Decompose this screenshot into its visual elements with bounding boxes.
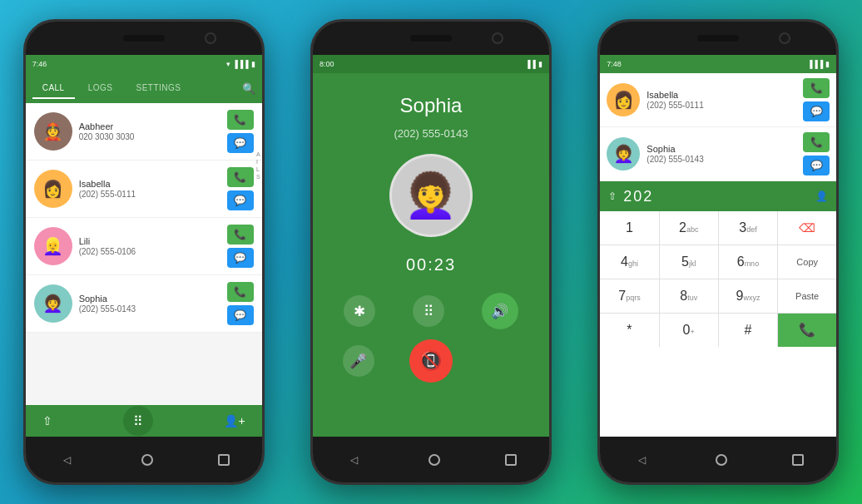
contact-info-isabella-3: Isabella (202) 555-0111 <box>646 90 796 110</box>
call-btn-isabella[interactable]: 📞 <box>227 167 254 187</box>
search-icon[interactable]: 🔍 <box>242 82 255 95</box>
contact-number-isabella-3: (202) 555-0111 <box>646 101 796 110</box>
key-1[interactable]: 1 <box>600 211 658 245</box>
status-time-2: 8:00 <box>320 60 334 68</box>
key-0-main: 0+ <box>683 324 695 337</box>
key-backspace[interactable]: ⌫ <box>778 211 836 245</box>
phone-2: 8:00 ▐▐ ▮ Sophia (202) 555-0143 👩‍🦱 00:2… <box>310 19 552 485</box>
contact-name-isabella-3: Isabella <box>646 90 796 100</box>
key-7[interactable]: 7pqrs <box>600 279 658 313</box>
phone-2-nav: ◁ <box>313 437 549 482</box>
key-2[interactable]: 2abc <box>660 211 718 245</box>
key-copy[interactable]: Copy <box>778 245 836 279</box>
contact-item-lili[interactable]: 👱‍♀️ Lili (202) 555-0106 📞 💬 <box>26 218 262 275</box>
alpha-sidebar: AILS <box>256 151 260 180</box>
end-call-btn[interactable]: 📵 <box>409 339 453 383</box>
msg-btn-isabella-3[interactable]: 💬 <box>803 101 830 121</box>
dialpad-icon[interactable]: ⠿ <box>123 406 153 436</box>
key-9[interactable]: 9wxyz <box>719 279 777 313</box>
speaker-icon[interactable]: 🔊 <box>482 293 518 329</box>
call-icon: 📞 <box>799 324 815 337</box>
nav-home-2[interactable] <box>429 454 440 466</box>
phone-1-top <box>26 22 262 55</box>
phone-3-screen: 7:48 ▐▐▐ ▮ 👩 Isabella (202) 555-0111 📞 💬 <box>600 55 836 437</box>
dialer-input-bar: ⇧ 202 👤 <box>600 181 836 211</box>
contact-item-sophia[interactable]: 👩‍🦱 Sophia (202) 555-0143 📞 💬 <box>26 275 262 333</box>
phone-3: 7:48 ▐▐▐ ▮ 👩 Isabella (202) 555-0111 📞 💬 <box>597 19 839 485</box>
contact-info-sophia: Sophia (202) 555-0143 <box>79 294 220 314</box>
contact-item-isabella[interactable]: 👩 Isabella (202) 555-0111 📞 💬 <box>26 161 262 218</box>
key-1-main: 1 <box>626 221 633 235</box>
msg-btn-isabella[interactable]: 💬 <box>227 190 254 210</box>
share-icon-3[interactable]: ⇧ <box>608 190 617 202</box>
signal-icon-2: ▐▐ <box>525 60 536 68</box>
phone-3-nav: ◁ <box>600 437 836 482</box>
key-call[interactable]: 📞 <box>778 314 836 347</box>
key-5[interactable]: 5jkl <box>660 245 718 279</box>
nav-back[interactable]: ◁ <box>58 451 77 469</box>
nav-recents[interactable] <box>218 454 230 466</box>
call-timer: 00:23 <box>406 255 456 274</box>
nav-home[interactable] <box>141 454 153 466</box>
key-3[interactable]: 3def <box>719 211 777 245</box>
call-btn-sophia-3[interactable]: 📞 <box>803 132 830 152</box>
tab-call[interactable]: CALL <box>32 78 75 99</box>
dialpad-icon-2[interactable]: ⠿ <box>413 295 444 327</box>
key-paste[interactable]: Paste <box>778 279 836 313</box>
status-bar-2: 8:00 ▐▐ ▮ <box>313 55 549 73</box>
nav-recents-2[interactable] <box>505 454 517 466</box>
avatar-lili: 👱‍♀️ <box>34 227 72 265</box>
contact-name-sophia: Sophia <box>79 294 220 304</box>
key-hash[interactable]: # <box>719 314 777 347</box>
key-6[interactable]: 6mno <box>719 245 777 279</box>
key-9-main: 9wxyz <box>736 289 760 303</box>
key-0[interactable]: 0+ <box>660 314 718 347</box>
nav-back-2[interactable]: ◁ <box>345 451 364 469</box>
mute-icon[interactable]: 🎤 <box>343 345 374 377</box>
msg-btn-lili[interactable]: 💬 <box>227 248 254 268</box>
add-contact-icon-3[interactable]: 👤 <box>815 190 828 202</box>
status-bar-1: 7:46 ▾ ▐▐▐ ▮ <box>26 55 262 73</box>
bottom-bar-1: ⇧ ⠿ 👤+ <box>26 405 262 437</box>
contact-item-aabheer[interactable]: 👲 Aabheer 020 3030 3030 📞 💬 <box>26 103 262 161</box>
avatar-isabella-3: 👩 <box>607 83 640 116</box>
key-5-main: 5jkl <box>681 255 696 269</box>
actions-aabheer: 📞 💬 <box>227 110 254 153</box>
phone-1-nav: ◁ <box>26 437 262 482</box>
dialer-contact-sophia-3[interactable]: 👩‍🦱 Sophia (202) 555-0143 📞 💬 <box>600 127 836 181</box>
dialer-contact-isabella[interactable]: 👩 Isabella (202) 555-0111 📞 💬 <box>600 73 836 127</box>
key-8[interactable]: 8tuv <box>660 279 718 313</box>
contact-list-1: 👲 Aabheer 020 3030 3030 📞 💬 👩 Isabella (… <box>26 103 262 405</box>
avatar-isabella: 👩 <box>34 170 72 208</box>
caller-emoji: 👩‍🦱 <box>404 170 458 221</box>
nav-home-3[interactable] <box>716 454 727 466</box>
key-star[interactable]: * <box>600 314 658 347</box>
contact-name-lili: Lili <box>79 236 220 246</box>
add-contact-icon[interactable]: 👤+ <box>224 414 245 427</box>
contact-number-isabella: (202) 555-0111 <box>79 190 220 199</box>
tab-logs[interactable]: LOGS <box>78 78 123 99</box>
msg-btn-sophia-3[interactable]: 💬 <box>803 156 830 175</box>
call-btn-sophia[interactable]: 📞 <box>227 282 254 302</box>
msg-btn-sophia[interactable]: 💬 <box>227 305 254 325</box>
dialer-number[interactable]: 202 <box>623 188 809 205</box>
phone-1: 7:46 ▾ ▐▐▐ ▮ CALL LOGS SETTINGS 🔍 👲 Aabh… <box>23 19 265 485</box>
nav-recents-3[interactable] <box>792 454 804 466</box>
call-btn-isabella-3[interactable]: 📞 <box>803 78 830 98</box>
key-4[interactable]: 4ghi <box>600 245 658 279</box>
contact-info-lili: Lili (202) 555-0106 <box>79 236 220 256</box>
bluetooth-icon[interactable]: ✱ <box>344 295 375 327</box>
msg-btn-aabheer[interactable]: 💬 <box>227 133 254 153</box>
caller-photo: 👩‍🦱 <box>389 154 473 237</box>
caller-name: Sophia <box>400 94 463 117</box>
phone-3-top <box>600 22 836 55</box>
tab-settings[interactable]: SETTINGS <box>126 78 191 99</box>
call-btn-lili[interactable]: 📞 <box>227 225 254 245</box>
phone-2-top <box>313 22 549 55</box>
nav-back-3[interactable]: ◁ <box>632 451 651 469</box>
status-bar-3: 7:48 ▐▐▐ ▮ <box>600 55 836 73</box>
share-icon[interactable]: ⇧ <box>42 414 52 427</box>
actions-sophia: 📞 💬 <box>227 282 254 325</box>
call-btn-aabheer[interactable]: 📞 <box>227 110 254 130</box>
contact-number-sophia-3: (202) 555-0143 <box>646 155 796 164</box>
